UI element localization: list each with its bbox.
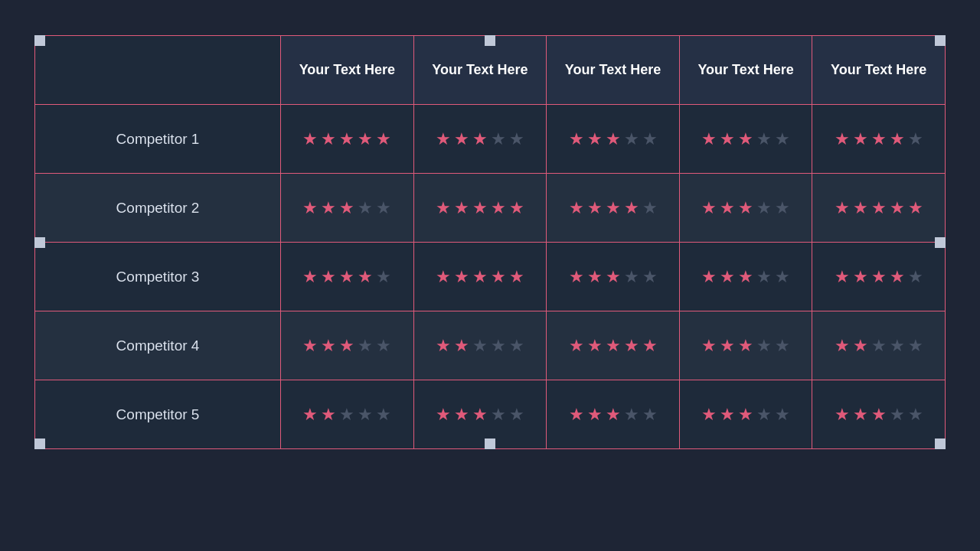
star-filled: ★ xyxy=(701,336,717,356)
star-filled: ★ xyxy=(606,198,621,218)
rating-cell-r2-c1: ★★★★★ xyxy=(281,174,414,243)
star-filled: ★ xyxy=(302,405,318,425)
star-empty: ★ xyxy=(908,267,923,287)
rating-cell-r4-c2: ★★★★★ xyxy=(413,311,547,380)
star-empty: ★ xyxy=(775,405,790,425)
header-row: Your Text HereYour Text HereYour Text He… xyxy=(35,36,946,105)
star-filled: ★ xyxy=(606,129,621,149)
star-filled: ★ xyxy=(509,267,524,287)
star-empty: ★ xyxy=(642,267,658,287)
star-filled: ★ xyxy=(302,129,318,149)
corner-marker-tm xyxy=(485,35,495,46)
star-empty: ★ xyxy=(890,336,905,356)
star-filled: ★ xyxy=(358,129,373,149)
header-col-2: Your Text Here xyxy=(413,36,547,105)
comparison-table: Your Text HereYour Text HereYour Text He… xyxy=(34,35,946,449)
star-filled: ★ xyxy=(720,129,735,149)
star-empty: ★ xyxy=(358,405,373,425)
rating-cell-r4-c1: ★★★★★ xyxy=(281,311,414,380)
rating-cell-r1-c3: ★★★★★ xyxy=(547,105,680,174)
star-empty: ★ xyxy=(756,129,772,149)
star-filled: ★ xyxy=(587,198,603,218)
star-filled: ★ xyxy=(606,405,621,425)
comparison-table-wrapper: Your Text HereYour Text HereYour Text He… xyxy=(34,35,946,449)
star-filled: ★ xyxy=(871,267,887,287)
header-col-5: Your Text Here xyxy=(812,36,946,105)
star-filled: ★ xyxy=(871,198,887,218)
corner-marker-br xyxy=(935,439,946,449)
star-empty: ★ xyxy=(642,198,658,218)
star-empty: ★ xyxy=(376,336,391,356)
star-filled: ★ xyxy=(890,129,905,149)
corner-marker-mr xyxy=(935,237,946,248)
header-col-1: Your Text Here xyxy=(281,36,414,105)
star-filled: ★ xyxy=(436,405,451,425)
rating-cell-r3-c4: ★★★★★ xyxy=(679,243,812,311)
star-filled: ★ xyxy=(720,198,735,218)
rating-cell-r2-c5: ★★★★★ xyxy=(812,174,946,243)
star-filled: ★ xyxy=(569,405,584,425)
rating-cell-r4-c5: ★★★★★ xyxy=(812,311,946,380)
star-empty: ★ xyxy=(376,267,391,287)
rating-cell-r1-c2: ★★★★★ xyxy=(413,105,547,174)
star-empty: ★ xyxy=(756,198,772,218)
rating-cell-r1-c5: ★★★★★ xyxy=(812,105,946,174)
header-label-col xyxy=(35,36,281,105)
table-row: Competitor 2★★★★★★★★★★★★★★★★★★★★★★★★★ xyxy=(35,174,946,243)
star-filled: ★ xyxy=(701,405,717,425)
star-empty: ★ xyxy=(775,198,790,218)
star-empty: ★ xyxy=(376,405,391,425)
star-filled: ★ xyxy=(890,198,905,218)
star-empty: ★ xyxy=(624,405,639,425)
star-filled: ★ xyxy=(321,198,336,218)
star-empty: ★ xyxy=(756,267,772,287)
star-filled: ★ xyxy=(436,267,451,287)
rating-cell-r2-c4: ★★★★★ xyxy=(679,174,812,243)
rating-cell-r3-c2: ★★★★★ xyxy=(413,243,547,311)
star-filled: ★ xyxy=(853,198,868,218)
star-filled: ★ xyxy=(624,336,639,356)
star-filled: ★ xyxy=(472,405,488,425)
star-filled: ★ xyxy=(853,129,868,149)
rating-cell-r2-c3: ★★★★★ xyxy=(547,174,680,243)
star-filled: ★ xyxy=(436,198,451,218)
table-row: Competitor 4★★★★★★★★★★★★★★★★★★★★★★★★★ xyxy=(35,311,946,380)
rating-cell-r5-c4: ★★★★★ xyxy=(679,380,812,449)
star-filled: ★ xyxy=(908,198,923,218)
corner-marker-tl xyxy=(34,35,45,46)
star-filled: ★ xyxy=(624,198,639,218)
corner-marker-bl xyxy=(34,439,45,449)
rating-cell-r5-c2: ★★★★★ xyxy=(413,380,547,449)
star-filled: ★ xyxy=(871,129,887,149)
star-empty: ★ xyxy=(509,336,524,356)
star-empty: ★ xyxy=(358,336,373,356)
rating-cell-r4-c3: ★★★★★ xyxy=(547,311,680,380)
star-empty: ★ xyxy=(376,198,391,218)
star-empty: ★ xyxy=(775,267,790,287)
star-filled: ★ xyxy=(302,267,318,287)
star-filled: ★ xyxy=(491,198,506,218)
star-filled: ★ xyxy=(587,336,603,356)
star-empty: ★ xyxy=(871,336,887,356)
star-empty: ★ xyxy=(491,336,506,356)
star-filled: ★ xyxy=(321,405,336,425)
star-filled: ★ xyxy=(472,129,488,149)
star-empty: ★ xyxy=(908,336,923,356)
page-title-area xyxy=(0,0,980,35)
star-empty: ★ xyxy=(775,129,790,149)
star-filled: ★ xyxy=(835,267,850,287)
star-filled: ★ xyxy=(339,129,354,149)
rating-cell-r5-c3: ★★★★★ xyxy=(547,380,680,449)
star-filled: ★ xyxy=(436,336,451,356)
star-filled: ★ xyxy=(358,267,373,287)
star-empty: ★ xyxy=(642,405,658,425)
header-col-3: Your Text Here xyxy=(547,36,680,105)
star-empty: ★ xyxy=(491,405,506,425)
star-empty: ★ xyxy=(756,336,772,356)
table-row: Competitor 1★★★★★★★★★★★★★★★★★★★★★★★★★ xyxy=(35,105,946,174)
corner-marker-tr xyxy=(935,35,946,46)
star-filled: ★ xyxy=(835,336,850,356)
star-empty: ★ xyxy=(642,129,658,149)
star-filled: ★ xyxy=(321,336,336,356)
star-filled: ★ xyxy=(376,129,391,149)
